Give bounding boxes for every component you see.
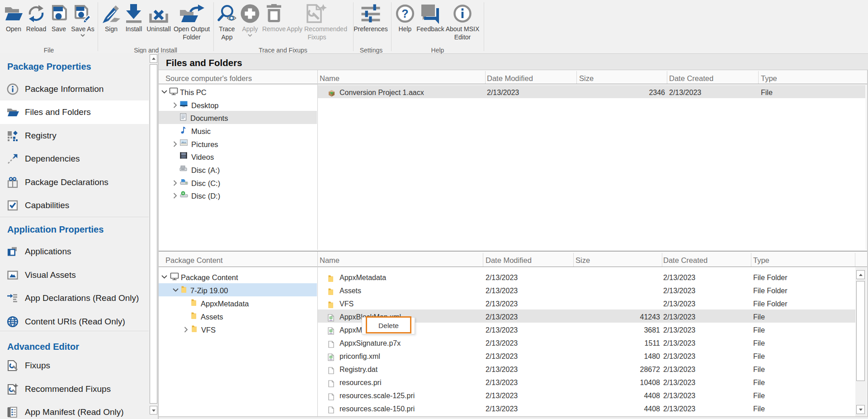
svg-text:?: ? — [401, 7, 408, 20]
